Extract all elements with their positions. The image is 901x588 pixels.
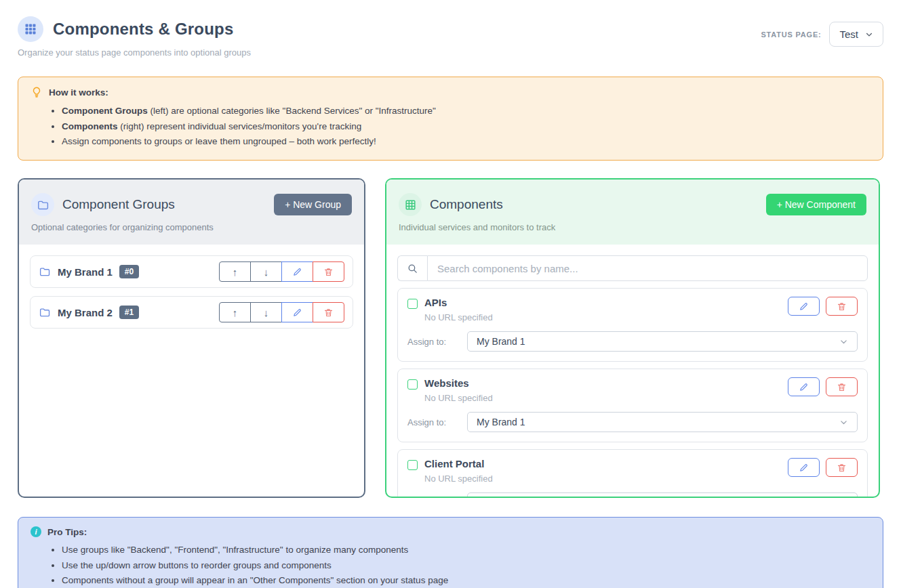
group-row: My Brand 2 #1 ↑ ↓ [30,296,353,329]
pro-tips-title: Pro Tips: [47,527,87,537]
delete-component-button[interactable] [826,377,858,396]
move-up-button[interactable]: ↑ [219,261,251,282]
groups-list: My Brand 1 #0 ↑ ↓ [19,245,364,348]
assign-group-select[interactable]: My Brand 2 [467,492,858,498]
search-input[interactable] [427,255,868,281]
edit-component-button[interactable] [788,377,820,396]
component-checkbox[interactable] [407,379,418,390]
component-url-status: No URL specified [424,312,493,322]
status-page-area: STATUS PAGE: Test [761,22,883,47]
edit-component-button[interactable] [788,458,820,477]
component-checkbox[interactable] [407,460,418,470]
component-name: Client Portal [424,458,493,469]
info-icon: i [31,526,41,537]
pro-tips-item: Components without a group will appear i… [62,573,870,588]
component-url-status: No URL specified [424,474,493,484]
how-it-works-title: How it works: [49,87,108,98]
pro-tips-item: Use groups like "Backend", "Frontend", "… [62,543,870,558]
component-url-status: No URL specified [424,393,493,403]
assign-to-label: Assign to: [407,498,467,499]
page-header: Components & Groups Organize your status… [18,16,883,58]
component-card: Websites No URL specified [397,369,868,442]
move-down-button[interactable]: ↓ [250,302,282,322]
how-it-works-item: Assign components to groups or leave the… [62,134,870,150]
group-actions: ↑ ↓ [219,302,344,322]
lightbulb-icon [31,86,43,98]
status-page-select-value: Test [839,28,858,40]
panels-row: Component Groups + New Group Optional ca… [18,178,883,498]
components-panel-header: Components + New Component Individual se… [386,180,879,245]
assign-group-value: My Brand 1 [477,417,525,427]
component-groups-panel: Component Groups + New Group Optional ca… [18,178,365,498]
group-name: My Brand 2 [58,307,113,318]
chevron-down-icon [839,337,848,346]
delete-group-button[interactable] [313,302,344,322]
delete-component-button[interactable] [826,297,858,316]
folder-icon [39,266,51,278]
components-groups-page: Components & Groups Organize your status… [0,0,901,588]
component-name: APIs [424,297,493,308]
new-group-button[interactable]: + New Group [274,194,352,215]
groups-panel-subtitle: Optional categories for organizing compo… [31,222,352,232]
folder-icon [39,306,51,318]
groups-panel-title: Component Groups [62,197,175,212]
pencil-icon [292,267,302,277]
component-checkbox[interactable] [407,299,418,309]
trash-icon [837,463,847,473]
move-up-button[interactable]: ↑ [219,302,251,322]
new-component-button[interactable]: + New Component [766,194,866,215]
components-panel-title: Components [430,197,503,212]
assign-group-select[interactable]: My Brand 1 [467,331,858,352]
search-icon [397,255,427,281]
trash-icon [837,301,847,312]
pencil-icon [292,308,302,318]
group-actions: ↑ ↓ [219,261,344,282]
page-subtitle: Organize your status page components int… [18,47,251,58]
how-it-works-callout: How it works: Component Groups (left) ar… [18,77,883,161]
components-list: APIs No URL specified [386,245,879,498]
how-it-works-list: Component Groups (left) are optional cat… [62,104,870,150]
component-card: APIs No URL specified [397,288,868,362]
components-grid-icon [18,16,43,42]
pencil-icon [799,382,809,392]
component-name: Websites [424,377,493,389]
delete-group-button[interactable] [313,261,344,282]
group-name: My Brand 1 [58,266,113,278]
edit-group-button[interactable] [281,302,313,322]
group-order-badge: #1 [119,306,139,319]
assign-to-label: Assign to: [407,417,467,427]
edit-component-button[interactable] [788,297,820,316]
chevron-down-icon [865,30,873,39]
component-search [397,255,868,281]
component-card: Client Portal No URL specified [397,449,868,498]
status-page-label: STATUS PAGE: [761,30,821,39]
move-down-button[interactable]: ↓ [250,261,282,282]
pro-tips-callout: i Pro Tips: Use groups like "Backend", "… [18,517,883,588]
how-it-works-item: Component Groups (left) are optional cat… [62,104,870,119]
pencil-icon [799,301,809,312]
group-order-badge: #0 [119,265,139,278]
groups-panel-header: Component Groups + New Group Optional ca… [19,180,364,245]
status-page-select[interactable]: Test [829,22,883,47]
how-it-works-item: Components (right) represent individual … [62,119,870,135]
components-panel-subtitle: Individual services and monitors to trac… [399,222,866,232]
chevron-down-icon [839,418,848,427]
page-title: Components & Groups [53,20,233,39]
assign-group-value: My Brand 1 [477,336,525,347]
folder-icon [31,193,54,216]
group-row: My Brand 1 #0 ↑ ↓ [30,255,353,288]
pro-tips-item: Use the up/down arrow buttons to reorder… [62,558,870,574]
trash-icon [837,382,847,392]
assign-group-select[interactable]: My Brand 1 [467,412,858,432]
assign-group-value: My Brand 2 [477,497,525,498]
pro-tips-list: Use groups like "Backend", "Frontend", "… [62,543,870,588]
edit-group-button[interactable] [281,261,313,282]
pencil-icon [799,463,809,473]
components-panel: Components + New Component Individual se… [385,178,880,498]
table-grid-icon [399,193,422,216]
trash-icon [323,267,334,277]
delete-component-button[interactable] [826,458,858,477]
assign-to-label: Assign to: [407,337,467,347]
page-header-left: Components & Groups Organize your status… [18,16,251,58]
trash-icon [323,308,334,318]
